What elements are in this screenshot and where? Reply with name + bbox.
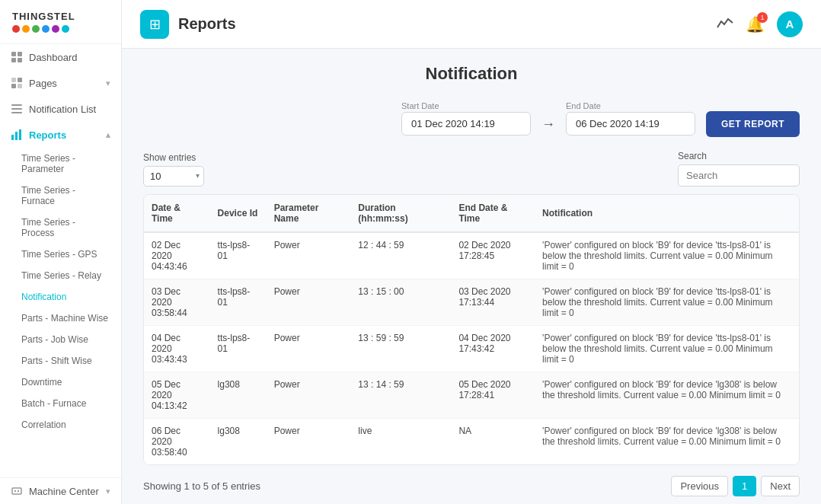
col-duration: Duration (hh:mm:ss) xyxy=(350,195,451,232)
sidebar-subitem-batch-furnace[interactable]: Batch - Furnace xyxy=(0,393,121,414)
next-page-button[interactable]: Next xyxy=(761,476,800,496)
cell-date-time: 02 Dec 2020 04:43:46 xyxy=(144,232,210,279)
sidebar-item-dashboard[interactable]: Dashboard xyxy=(0,44,121,70)
table-row: 06 Dec 2020 03:58:40 lg308 Power live NA… xyxy=(144,419,799,465)
svg-rect-2 xyxy=(11,58,16,62)
show-entries-select[interactable]: 10 25 50 xyxy=(143,166,204,187)
cell-duration: live xyxy=(350,419,451,465)
svg-rect-6 xyxy=(11,84,16,88)
cell-device-id: tts-lps8-01 xyxy=(210,232,267,279)
logo-dot-3 xyxy=(32,25,40,33)
arrow-icon: → xyxy=(541,116,555,132)
search-input[interactable] xyxy=(678,164,800,187)
date-filter-row: Start Date → End Date GET REPORT xyxy=(143,99,800,137)
trend-icon[interactable] xyxy=(717,15,733,33)
bell-wrap[interactable]: 🔔 1 xyxy=(746,15,765,33)
list-icon xyxy=(11,103,23,115)
sidebar-subitem-parts-job-wise[interactable]: Parts - Job Wise xyxy=(0,329,121,350)
cell-date-time: 04 Dec 2020 03:43:43 xyxy=(144,326,210,372)
pagination-row: Showing 1 to 5 of 5 entries Previous 1 N… xyxy=(143,476,800,496)
sidebar-subitem-parts-shift-wise[interactable]: Parts - Shift Wise xyxy=(0,350,121,372)
sidebar-subitem-time-series-process[interactable]: Time Series - Process xyxy=(0,212,121,244)
main-content: ⊞ Reports 🔔 1 A Notification Start Date … xyxy=(122,0,821,504)
svg-rect-3 xyxy=(18,58,22,62)
sidebar: THINGSTEL Dashboard Pages ▾ Notification… xyxy=(0,0,122,504)
bar-chart-icon xyxy=(11,129,23,141)
page-content: Notification Start Date → End Date GET R… xyxy=(122,49,821,504)
prev-page-button[interactable]: Previous xyxy=(671,476,728,496)
svg-rect-1 xyxy=(18,52,22,56)
start-date-input[interactable] xyxy=(401,112,531,136)
svg-rect-10 xyxy=(11,112,22,113)
table-row: 05 Dec 2020 04:13:42 lg308 Power 13 : 14… xyxy=(144,372,799,419)
sidebar-item-notification-list-label: Notification List xyxy=(29,104,96,115)
svg-rect-13 xyxy=(19,129,21,140)
cell-notification: 'Power' configured on block 'B9' for dev… xyxy=(535,326,799,372)
table-controls: Show entries 10 25 50 ▾ Search xyxy=(143,151,800,187)
logo-dot-1 xyxy=(12,25,20,33)
svg-rect-12 xyxy=(15,132,18,140)
sidebar-subitem-downtime[interactable]: Downtime xyxy=(0,372,121,393)
table-row: 03 Dec 2020 03:58:44 tts-lps8-01 Power 1… xyxy=(144,279,799,326)
sidebar-item-notification-list[interactable]: Notification List xyxy=(0,96,121,122)
logo-dot-2 xyxy=(22,25,30,33)
logo-dot-6 xyxy=(62,25,69,33)
machine-center-icon xyxy=(11,485,23,497)
topbar-title: Reports xyxy=(178,15,236,33)
pages-icon xyxy=(11,77,23,89)
cell-end-date-time: 03 Dec 2020 17:13:44 xyxy=(451,279,535,326)
svg-rect-15 xyxy=(14,490,16,492)
logo-dots xyxy=(12,25,109,33)
topbar-actions: 🔔 1 A xyxy=(717,11,803,37)
start-date-wrap: Start Date xyxy=(401,101,531,136)
sidebar-subitem-time-series-gps[interactable]: Time Series - GPS xyxy=(0,244,121,265)
svg-rect-8 xyxy=(11,104,22,106)
sidebar-subitem-time-series-parameter[interactable]: Time Series - Parameter xyxy=(0,148,121,180)
pages-chevron-icon: ▾ xyxy=(106,78,110,88)
logo-dot-4 xyxy=(42,25,50,33)
grid-icon xyxy=(11,51,23,63)
avatar[interactable]: A xyxy=(777,11,803,37)
pagination-controls: Previous 1 Next xyxy=(671,476,800,496)
bell-badge: 1 xyxy=(757,12,768,23)
cell-param-name: Power xyxy=(267,232,351,279)
sidebar-item-reports[interactable]: Reports ▴ xyxy=(0,122,121,148)
sidebar-subitem-correlation[interactable]: Correlation xyxy=(0,414,121,435)
cell-date-time: 06 Dec 2020 03:58:40 xyxy=(144,419,210,465)
get-report-button[interactable]: GET REPORT xyxy=(706,111,800,137)
cell-duration: 12 : 44 : 59 xyxy=(350,232,451,279)
col-notification: Notification xyxy=(535,195,799,232)
sidebar-item-machine-center[interactable]: Machine Center ▾ xyxy=(0,477,121,504)
logo-area: THINGSTEL xyxy=(0,0,121,44)
cell-device-id: tts-lps8-01 xyxy=(210,279,267,326)
sidebar-subitem-time-series-furnace[interactable]: Time Series - Furnace xyxy=(0,180,121,212)
sidebar-subitem-notification[interactable]: Notification xyxy=(0,286,121,308)
cell-param-name: Power xyxy=(267,372,351,419)
sidebar-item-reports-label: Reports xyxy=(29,129,66,141)
show-entries-label: Show entries xyxy=(143,152,204,163)
cell-end-date-time: 05 Dec 2020 17:28:41 xyxy=(451,372,535,419)
svg-rect-0 xyxy=(11,52,16,56)
cell-notification: 'Power' configured on block 'B9' for dev… xyxy=(535,372,799,419)
table-row: 02 Dec 2020 04:43:46 tts-lps8-01 Power 1… xyxy=(144,232,799,279)
cell-param-name: Power xyxy=(267,419,351,465)
page-1-button[interactable]: 1 xyxy=(733,476,756,496)
machine-center-chevron-icon: ▾ xyxy=(106,486,110,496)
sidebar-item-pages[interactable]: Pages ▾ xyxy=(0,70,121,96)
sidebar-subitem-parts-machine-wise[interactable]: Parts - Machine Wise xyxy=(0,308,121,329)
logo-text: THINGSTEL xyxy=(12,11,109,22)
svg-rect-14 xyxy=(12,488,21,494)
cell-end-date-time: NA xyxy=(451,419,535,465)
cell-notification: 'Power' configured on block 'B9' for dev… xyxy=(535,279,799,326)
show-entries-wrap: Show entries 10 25 50 ▾ xyxy=(143,152,204,187)
pagination-summary: Showing 1 to 5 of 5 entries xyxy=(143,480,260,492)
topbar-grid-icon: ⊞ xyxy=(149,16,161,33)
end-date-wrap: End Date xyxy=(566,101,695,136)
sidebar-subitem-time-series-relay[interactable]: Time Series - Relay xyxy=(0,265,121,286)
col-date-time: Date & Time xyxy=(144,195,210,232)
end-date-input[interactable] xyxy=(566,112,695,136)
cell-duration: 13 : 59 : 59 xyxy=(350,326,451,372)
cell-duration: 13 : 15 : 00 xyxy=(350,279,451,326)
start-date-label: Start Date xyxy=(401,101,531,110)
page-heading: Notification xyxy=(143,64,800,84)
